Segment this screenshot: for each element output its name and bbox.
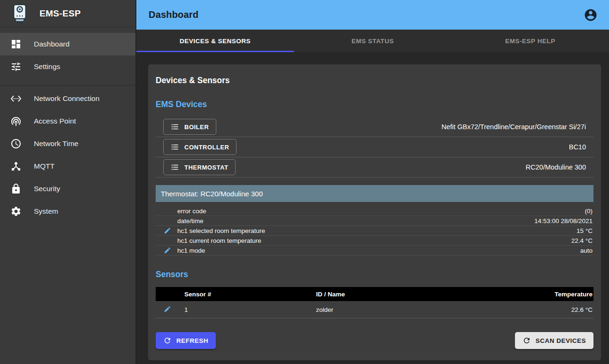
account-button[interactable] [583,7,599,23]
device-type-label: THERMOSTAT [184,164,228,171]
card-title: Devices & Sensors [156,76,593,85]
detail-row: hc1 mode auto [156,246,593,256]
detail-label: hc1 selected room temperature [177,227,577,234]
detail-label: date/time [177,217,534,225]
scan-devices-button[interactable]: SCAN DEVICES [515,332,593,349]
device-row-controller: CONTROLLER BC10 [156,137,593,157]
device-row-boiler: BOILER Nefit GBx72/Trendline/Cerapur/Gre… [156,117,593,137]
edit-pencil-icon[interactable] [164,227,171,234]
sidebar-item-label: System [34,207,58,216]
sidebar-item-label: Dashboard [34,40,70,48]
sidebar-item-system[interactable]: System [0,200,135,223]
detail-value: (0) [585,208,594,215]
content-area: Devices & Sensors EMS Devices BOILER Nef… [136,52,609,364]
detail-row: date/time 14:53:00 28/08/2021 [156,216,593,226]
sensors-heading: Sensors [156,270,593,279]
sidebar-item-network-connection[interactable]: Network Connection [0,87,135,110]
detail-value: 14:53:00 28/08/2021 [534,217,593,225]
sensor-row: 1 zolder 22.6 °C [156,301,593,318]
edit-pencil-icon[interactable] [164,247,171,254]
sidebar-item-label: Access Point [34,117,76,125]
boiler-button[interactable]: BOILER [163,119,216,135]
ethernet-icon [10,93,22,104]
controller-button[interactable]: CONTROLLER [163,139,237,155]
page-title: Dashboard [149,9,198,20]
sidebar-item-mqtt[interactable]: MQTT [0,155,135,178]
device-hub-icon [10,161,22,172]
device-row-thermostat: THERMOSTAT RC20/Moduline 300 [156,157,593,178]
edit-cell [156,305,177,314]
sidebar-item-settings[interactable]: Settings [0,55,135,78]
detail-label: hc1 current room temperature [177,237,571,244]
boiler-logo-icon [9,3,30,24]
app-title: EMS-ESP [40,8,81,19]
detail-label: hc1 mode [177,247,580,254]
sidebar-item-label: Network Time [34,139,79,148]
dashboard-icon [10,39,22,50]
detail-row: hc1 current room temperature 22.4 °C [156,236,593,246]
lock-icon [10,183,22,194]
tab-ems-esp-help[interactable]: EMS-ESP HELP [451,30,609,52]
app-root: EMS-ESP Dashboard Settings Network Conne… [0,0,609,364]
sensor-temperature: 22.6 °C [509,306,593,313]
sidebar-item-label: MQTT [34,162,55,170]
device-name: Nefit GBx72/Trendline/Cerapur/Greenstar … [442,123,586,131]
detail-row: error code (0) [156,206,593,216]
sidebar-item-access-point[interactable]: Access Point [0,110,135,132]
actions-bar: REFRESH SCAN DEVICES [156,332,593,349]
edit-cell [156,247,177,254]
devices-card: Devices & Sensors EMS Devices BOILER Nef… [148,64,601,360]
clock-icon [10,138,22,149]
device-name: RC20/Moduline 300 [526,163,586,171]
list-icon [171,123,179,131]
sidebar-item-security[interactable]: Security [0,178,135,200]
column-id-name: ID / Name [309,291,509,298]
edit-pencil-icon[interactable] [164,305,171,313]
tune-icon [10,61,22,72]
device-type-label: BOILER [184,124,209,131]
sidebar-item-label: Network Connection [34,94,100,103]
column-temperature: Temperature [509,291,593,298]
account-circle-icon [584,8,598,22]
tab-ems-status[interactable]: EMS STATUS [294,30,451,52]
device-name: BC10 [569,143,586,151]
list-icon [171,143,179,151]
device-type-label: CONTROLLER [184,144,229,151]
sensors-table-header: Sensor # ID / Name Temperature [156,287,593,301]
refresh-icon [163,336,172,345]
sidebar: EMS-ESP Dashboard Settings Network Conne… [0,0,136,364]
main-area: Dashboard DEVICES & SENSORS EMS STATUS E… [136,0,609,364]
detail-value: 15 °C [577,227,593,234]
scan-devices-button-label: SCAN DEVICES [536,337,586,344]
sidebar-item-label: Settings [34,62,60,71]
refresh-button[interactable]: REFRESH [156,332,216,349]
edit-cell [156,227,177,234]
sidebar-nav: Dashboard Settings Network Connection Ac… [0,33,135,223]
refresh-button-label: REFRESH [176,337,208,344]
detail-row: hc1 selected room temperature 15 °C [156,226,593,236]
detail-label: error code [177,208,585,215]
sensors-table: Sensor # ID / Name Temperature 1 zolder … [156,287,593,318]
device-detail-banner: Thermostat: RC20/Moduline 300 [156,185,593,202]
app-bar: Dashboard [136,0,609,30]
refresh-icon [522,336,531,345]
sensor-number: 1 [177,306,309,313]
thermostat-button[interactable]: THERMOSTAT [163,159,236,175]
column-sensor-number: Sensor # [177,291,309,298]
sidebar-item-network-time[interactable]: Network Time [0,132,135,155]
device-detail-table: error code (0) date/time 14:53:00 28/08/… [156,206,593,256]
sidebar-header: EMS-ESP [0,0,135,27]
sidebar-item-dashboard[interactable]: Dashboard [0,33,135,55]
ems-devices-heading: EMS Devices [156,100,593,109]
tab-bar: DEVICES & SENSORS EMS STATUS EMS-ESP HEL… [136,30,609,52]
list-icon [171,163,179,171]
gear-icon [10,206,22,217]
wifi-tethering-icon [10,116,22,127]
detail-value: 22.4 °C [571,237,593,244]
tab-devices-sensors[interactable]: DEVICES & SENSORS [136,30,294,52]
sidebar-item-label: Security [34,185,60,193]
device-table: BOILER Nefit GBx72/Trendline/Cerapur/Gre… [156,117,593,178]
sensor-name: zolder [309,306,509,313]
detail-value: auto [580,247,593,254]
